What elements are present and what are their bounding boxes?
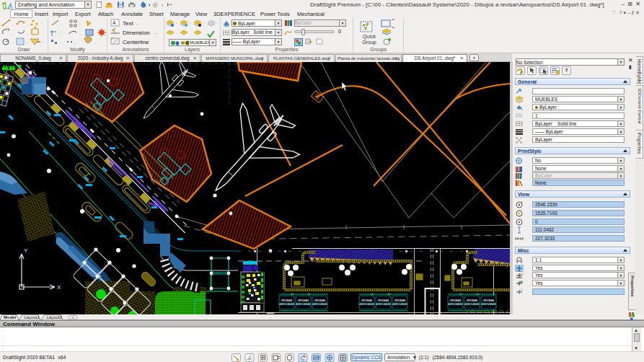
svg-text:Dimension: Dimension [123, 30, 150, 36]
svg-text:Layout1: Layout1 [25, 315, 40, 319]
svg-text:-: - [12, 40, 14, 45]
svg-text:ADECUADAS: ADECUADAS [279, 303, 294, 306]
svg-text:-: - [12, 32, 14, 36]
svg-text:0: 0 [521, 288, 523, 292]
svg-text:0.0: 0.0 [520, 272, 524, 275]
svg-text:X: X [57, 284, 61, 291]
svg-text:Layout2: Layout2 [47, 315, 63, 319]
svg-text:-: - [61, 22, 62, 26]
svg-text:-: - [42, 40, 43, 44]
svg-text:-: - [216, 21, 217, 25]
svg-text:Y: Y [24, 247, 28, 254]
svg-text:Text: Text [123, 20, 133, 27]
svg-text:-: - [74, 41, 76, 45]
svg-text:OFICINAS: OFICINAS [281, 299, 292, 302]
svg-text:-: - [176, 21, 177, 25]
svg-text:-: - [12, 23, 14, 27]
svg-text:-: - [41, 30, 43, 34]
svg-text:-: - [155, 30, 157, 35]
svg-text:-: - [79, 22, 81, 26]
svg-text:+: + [72, 315, 74, 319]
svg-text:Model: Model [4, 315, 17, 319]
svg-text:-: - [203, 21, 205, 25]
svg-text:-: - [136, 21, 138, 26]
svg-text:-: - [41, 20, 43, 25]
svg-text:-: - [79, 32, 81, 36]
svg-text:-: - [27, 32, 28, 36]
svg-text:-: - [61, 32, 62, 36]
svg-text:-: - [27, 23, 28, 27]
svg-text:-: - [61, 41, 62, 45]
svg-text:-: - [27, 40, 28, 45]
svg-text:-: - [190, 21, 191, 25]
svg-text:-: - [94, 41, 96, 45]
svg-text:Centerline: Centerline [123, 39, 149, 45]
svg-text:A: A [113, 20, 116, 25]
